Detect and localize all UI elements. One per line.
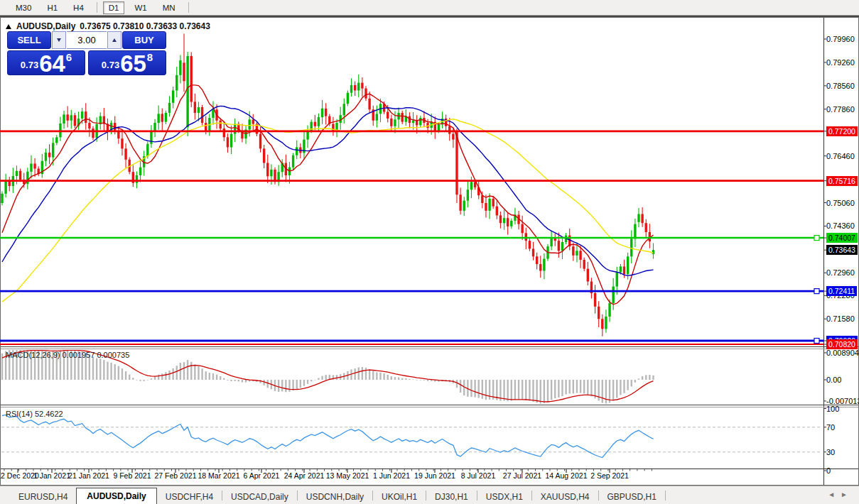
title-ohlc: 0.73675 0.73810 0.73633 0.73643 — [80, 21, 210, 31]
chart-tab-xauusd-h4[interactable]: XAUUSD,H4 — [532, 490, 598, 504]
timeframe-toolbar: M30H1H4D1W1MN — [0, 0, 859, 16]
toolbar-separator — [97, 2, 97, 13]
sell-price-big: 64 — [39, 54, 65, 73]
chart-tab-dj30-h1[interactable]: DJ30,H1 — [426, 490, 477, 504]
rsi-tick: 30 — [826, 447, 835, 457]
one-click-trading-panel: SELL BUY 0.73 64 6 0.73 65 8 — [7, 31, 166, 75]
title-symbol: AUDUSD,Daily — [16, 21, 75, 31]
chart-tab-usdx-h1[interactable]: USDX,H1 — [477, 490, 531, 504]
price-tick: 0.79960 — [826, 34, 855, 44]
price-badge-0.70820: 0.70820 — [826, 339, 858, 349]
tab-scroll-left-icon[interactable]: ◄ — [828, 491, 841, 498]
sell-price-sup: 6 — [66, 51, 72, 63]
chart-tab-usdchf-h4[interactable]: USDCHF,H4 — [157, 490, 222, 504]
hline-handle[interactable] — [814, 289, 819, 294]
rsi-tick: 0 — [826, 466, 831, 476]
price-badge-0.73643: 0.73643 — [826, 245, 858, 255]
volume-decrease-button[interactable] — [52, 31, 66, 49]
window-frame — [1, 18, 859, 486]
chart-window: AUDUSD,Daily 0.73675 0.73810 0.73633 0.7… — [0, 17, 859, 486]
price-tick: 0.77860 — [826, 104, 855, 114]
price-tick: 0.74360 — [826, 221, 855, 231]
tf-button-h1[interactable]: H1 — [41, 1, 63, 14]
collapse-panel-icon[interactable] — [6, 24, 11, 29]
rsi-tick: 70 — [826, 422, 835, 432]
chart-tab-gbpusd-h1[interactable]: GBPUSD,H1 — [599, 490, 665, 504]
tf-button-w1[interactable]: W1 — [129, 1, 152, 14]
arrow-down-icon — [57, 38, 61, 42]
tf-button-mn[interactable]: MN — [157, 1, 181, 14]
price-tick: 0.76460 — [826, 151, 855, 161]
chart-tab-usdcnh-daily[interactable]: USDCNH,Daily — [298, 490, 372, 504]
price-tick: 0.78560 — [826, 81, 855, 91]
chart-tab-eurusd-h4[interactable]: EURUSD,H4 — [10, 490, 76, 504]
volume-input[interactable] — [67, 31, 107, 49]
macd-label: MACD(12,26,9) 0.001957 0.000735 — [6, 351, 129, 359]
arrow-up-icon — [112, 38, 117, 42]
hline-handle[interactable] — [814, 236, 819, 241]
rsi-label: RSI(14) 52.4622 — [6, 410, 63, 418]
price-badge-0.77200: 0.77200 — [826, 126, 858, 136]
tf-button-m30[interactable]: M30 — [10, 1, 37, 14]
tab-scroll-right-icon[interactable]: ► — [841, 491, 853, 498]
volume-increase-button[interactable] — [107, 31, 121, 49]
hline-handle[interactable] — [814, 339, 819, 344]
chart-tab-ukoil-h1[interactable]: UKOil,H1 — [373, 490, 426, 504]
sell-price-button[interactable]: 0.73 64 6 — [7, 50, 85, 75]
sell-price-prefix: 0.73 — [21, 60, 38, 70]
tf-button-d1[interactable]: D1 — [103, 1, 125, 14]
date-label: 2 Sep 2021 — [583, 471, 637, 480]
buy-price-button[interactable]: 0.73 65 8 — [88, 50, 166, 75]
buy-button[interactable]: BUY — [122, 31, 166, 49]
price-tick: 0.72960 — [826, 268, 855, 278]
tab-scroll-arrows[interactable]: ◄► — [828, 491, 853, 498]
price-tick: 0.79260 — [826, 57, 855, 67]
price-badge-0.75716: 0.75716 — [826, 176, 858, 186]
price-tick: 0.71580 — [826, 314, 855, 324]
macd-tick: 0.008904 — [826, 348, 859, 358]
buy-price-sup: 8 — [147, 51, 153, 63]
chart-canvas[interactable] — [0, 17, 859, 486]
chart-tab-usdcad-daily[interactable]: USDCAD,Daily — [222, 490, 297, 504]
macd-tick: 0.00 — [826, 375, 841, 385]
toolbar-separator — [188, 2, 189, 13]
price-badge-0.74007: 0.74007 — [826, 233, 858, 243]
chart-title: AUDUSD,Daily 0.73675 0.73810 0.73633 0.7… — [6, 21, 215, 31]
price-tick: 0.75060 — [826, 198, 855, 208]
mt4-window: M30H1H4D1W1MN AUDUSD,Daily 0.73675 0.738… — [0, 0, 859, 504]
chart-tab-bar: EURUSD,H4AUDUSD,DailyUSDCHF,H4USDCAD,Dai… — [0, 486, 859, 504]
buy-price-big: 65 — [120, 54, 146, 73]
sell-button[interactable]: SELL — [7, 31, 51, 49]
rsi-tick: 100 — [826, 404, 839, 414]
price-badge-0.72411: 0.72411 — [826, 286, 857, 296]
chart-tab-audusd-daily[interactable]: AUDUSD,Daily — [76, 488, 156, 504]
tf-button-h4[interactable]: H4 — [67, 1, 90, 14]
buy-price-prefix: 0.73 — [102, 60, 119, 70]
